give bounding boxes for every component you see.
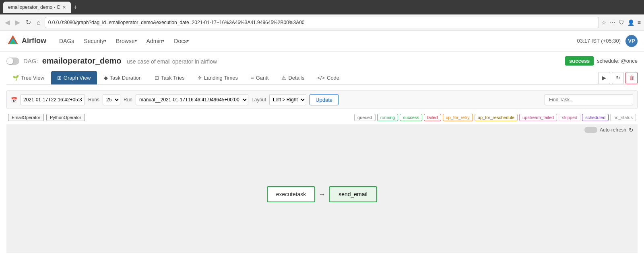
browser-action-icons: ☆ ⋯ 🛡 👤 ≡: [601, 19, 641, 26]
task-node-executetask[interactable]: executetask: [267, 186, 315, 202]
status-scheduled[interactable]: scheduled: [582, 114, 609, 121]
refresh-icon[interactable]: ↻: [629, 127, 634, 133]
task-node-send-email[interactable]: send_email: [329, 186, 377, 202]
details-icon: ⚠: [281, 75, 286, 81]
tab-details[interactable]: ⚠ Details: [275, 71, 310, 84]
auto-refresh-label: Auto-refresh: [600, 127, 626, 133]
dag-toggle-knob: [7, 58, 13, 64]
code-icon: </>: [317, 75, 325, 81]
graph-area: Auto-refresh ↻ executetask → send_email: [6, 124, 638, 253]
runs-label: Runs: [88, 97, 99, 103]
play-button[interactable]: ▶: [598, 72, 610, 84]
controls-row: 📅 Runs 25 Run manual__2021-01-17T16:46:4…: [6, 90, 638, 109]
dag-header: DAG: emailoperator_demo use case of emai…: [6, 56, 638, 66]
task-duration-icon: ◆: [104, 75, 108, 81]
operator-badges: EmailOperator PythonOperator: [8, 114, 85, 121]
delete-button[interactable]: 🗑: [625, 72, 638, 84]
airflow-logo[interactable]: Airflow: [6, 35, 46, 47]
dag-description: use case of email operator in airflow: [127, 58, 217, 65]
task-connector-arrow: →: [318, 190, 326, 199]
status-upstream-failed[interactable]: upstream_failed: [519, 114, 557, 121]
operator-row: EmailOperator PythonOperator queued runn…: [6, 114, 638, 121]
status-no-status[interactable]: no_status: [610, 114, 636, 121]
status-up-for-retry[interactable]: up_for_retry: [443, 114, 473, 121]
nav-docs[interactable]: Docs: [169, 31, 194, 51]
run-select[interactable]: manual__2021-01-17T16:46:41.949645+00:00: [136, 94, 248, 105]
task-tries-icon: ⊡: [155, 75, 159, 81]
operator-email-badge[interactable]: EmailOperator: [8, 114, 44, 121]
address-bar[interactable]: [45, 17, 599, 28]
app-navbar: Airflow DAGs Security Browse Admin Docs …: [0, 31, 644, 51]
view-tabs: 🌱 Tree View ⊞ Graph View ◆ Task Duration…: [6, 71, 638, 85]
nav-security[interactable]: Security: [79, 31, 111, 51]
airflow-logo-icon: [6, 35, 19, 47]
account-icon[interactable]: 👤: [627, 19, 634, 26]
bookmark-icon[interactable]: ☆: [601, 19, 607, 26]
graph-view-icon: ⊞: [57, 75, 62, 81]
nav-time: 03:17 IST (+05:30): [577, 38, 621, 44]
nav-browse[interactable]: Browse: [111, 31, 142, 51]
auto-refresh-bar: Auto-refresh ↻: [6, 124, 638, 136]
tab-task-duration[interactable]: ◆ Task Duration: [98, 71, 148, 84]
tree-view-icon: 🌱: [12, 75, 19, 81]
status-running[interactable]: running: [377, 114, 398, 121]
tab-title: emailoperator_demo - C: [8, 4, 60, 10]
dag-graph: executetask → send_email: [6, 136, 638, 253]
status-up-for-reschedule[interactable]: up_for_reschedule: [475, 114, 518, 121]
tab-close-button[interactable]: ✕: [62, 5, 66, 10]
operator-python-badge[interactable]: PythonOperator: [46, 114, 85, 121]
forward-button[interactable]: ▶: [14, 18, 22, 27]
menu-icon[interactable]: ≡: [638, 19, 641, 26]
tab-landing-times[interactable]: ✈ Landing Times: [192, 71, 244, 84]
auto-refresh-toggle[interactable]: [584, 127, 597, 133]
dag-status-badge: success: [565, 56, 594, 66]
dag-toggle[interactable]: [6, 58, 19, 65]
status-success[interactable]: success: [400, 114, 422, 121]
layout-label: Layout: [252, 97, 266, 103]
dag-prefix-label: DAG:: [23, 58, 38, 64]
tab-graph-view[interactable]: ⊞ Graph View: [51, 71, 97, 84]
find-task-input[interactable]: [545, 94, 633, 105]
reload-button[interactable]: ↻: [24, 18, 33, 27]
update-button[interactable]: Update: [310, 94, 339, 105]
tab-gantt[interactable]: ≡ Gantt: [245, 71, 275, 84]
extensions-icon[interactable]: ⋯: [610, 19, 615, 26]
gantt-icon: ≡: [251, 75, 254, 81]
status-legend: queued running success failed up_for_ret…: [354, 114, 636, 121]
dag-header-right: success schedule: @once: [565, 56, 638, 66]
status-skipped[interactable]: skipped: [559, 114, 580, 121]
dag-flow: executetask → send_email: [267, 186, 377, 202]
nav-dags[interactable]: DAGs: [54, 31, 79, 51]
back-button[interactable]: ◀: [3, 18, 11, 27]
nav-admin[interactable]: Admin: [142, 31, 169, 51]
main-content: DAG: emailoperator_demo use case of emai…: [0, 51, 644, 258]
runs-select[interactable]: 25: [103, 94, 120, 105]
new-tab-button[interactable]: +: [71, 4, 79, 11]
airflow-logo-text: Airflow: [22, 37, 46, 45]
tab-task-tries[interactable]: ⊡ Task Tries: [149, 71, 191, 84]
refresh-button[interactable]: ↻: [612, 72, 624, 84]
home-button[interactable]: ⌂: [35, 18, 42, 27]
date-input[interactable]: [21, 94, 85, 105]
status-failed[interactable]: failed: [424, 114, 441, 121]
tab-tree-view[interactable]: 🌱 Tree View: [6, 71, 50, 84]
calendar-icon: 📅: [11, 97, 17, 103]
run-label: Run: [124, 97, 132, 103]
nav-avatar[interactable]: VP: [625, 35, 638, 47]
shield-icon: 🛡: [619, 19, 624, 26]
tab-code[interactable]: </> Code: [311, 71, 345, 84]
status-queued[interactable]: queued: [354, 114, 376, 121]
layout-select[interactable]: Left > Right: [269, 94, 306, 105]
dag-title: emailoperator_demo use case of email ope…: [42, 56, 217, 66]
browser-tab[interactable]: emailoperator_demo - C ✕: [3, 2, 71, 13]
view-toolbar-icons: ▶ ↻ 🗑: [598, 72, 638, 84]
landing-times-icon: ✈: [198, 75, 202, 81]
dag-schedule-label: schedule: @once: [597, 58, 638, 64]
